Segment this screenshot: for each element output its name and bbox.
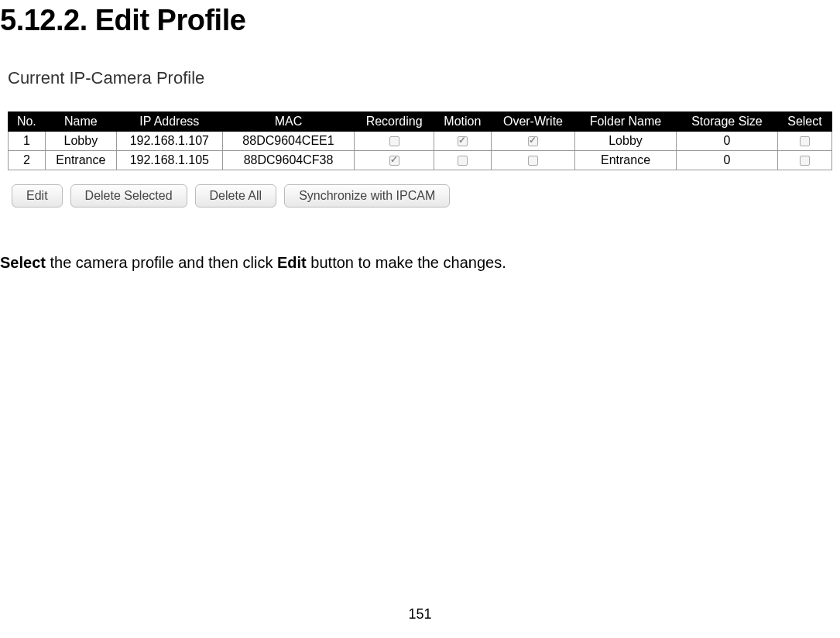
header-mac: MAC [222,112,355,132]
overwrite-checkbox-cell [491,151,574,170]
cell-mac: 88DC9604CEE1 [222,132,355,151]
select-checkbox[interactable] [800,156,810,166]
instruction-bold-select: Select [0,254,46,271]
page-number: 151 [0,606,840,623]
instruction-bold-edit: Edit [277,254,307,271]
header-motion: Motion [434,112,491,132]
cell-folder: Lobby [575,132,677,151]
table-row: 2Entrance192.168.1.10588DC9604CF38Entran… [9,151,832,170]
select-checkbox-cell [777,132,831,151]
profile-table: No. Name IP Address MAC Recording Motion… [8,111,832,170]
header-no: No. [9,112,46,132]
motion-checkbox-cell [434,132,491,151]
cell-no: 1 [9,132,46,151]
header-select: Select [777,112,831,132]
header-recording: Recording [355,112,434,132]
cell-storage: 0 [676,151,777,170]
motion-checkbox[interactable] [458,156,468,166]
overwrite-checkbox-cell [491,132,574,151]
recording-checkbox-cell [355,151,434,170]
page-heading: 5.12.2. Edit Profile [0,0,840,37]
header-overwrite: Over-Write [491,112,574,132]
instruction-span-2: button to make the changes. [307,254,506,271]
edit-button[interactable]: Edit [12,184,63,208]
cell-no: 2 [9,151,46,170]
delete-selected-button[interactable]: Delete Selected [70,184,187,208]
recording-checkbox-cell [355,132,434,151]
cell-name: Entrance [45,151,116,170]
cell-folder: Entrance [575,151,677,170]
header-name: Name [45,112,116,132]
profile-section: Current IP-Camera Profile No. Name IP Ad… [0,37,840,208]
instruction-span-1: the camera profile and then click [46,254,277,271]
cell-mac: 88DC9604CF38 [222,151,355,170]
table-header-row: No. Name IP Address MAC Recording Motion… [9,112,832,132]
header-ip: IP Address [116,112,222,132]
select-checkbox-cell [777,151,831,170]
motion-checkbox-cell [434,151,491,170]
select-checkbox[interactable] [800,136,810,146]
section-title: Current IP-Camera Profile [8,68,832,88]
recording-checkbox[interactable] [389,136,399,146]
delete-all-button[interactable]: Delete All [195,184,277,208]
cell-ip: 192.168.1.107 [116,132,222,151]
header-folder: Folder Name [575,112,677,132]
cell-ip: 192.168.1.105 [116,151,222,170]
table-row: 1Lobby192.168.1.10788DC9604CEE1Lobby0 [9,132,832,151]
overwrite-checkbox[interactable] [528,136,538,146]
instruction-text: Select the camera profile and then click… [0,208,840,272]
synchronize-button[interactable]: Synchronize with IPCAM [284,184,450,208]
cell-storage: 0 [676,132,777,151]
overwrite-checkbox[interactable] [528,156,538,166]
button-row: Edit Delete Selected Delete All Synchron… [8,184,832,208]
recording-checkbox[interactable] [389,156,399,166]
cell-name: Lobby [45,132,116,151]
motion-checkbox[interactable] [458,136,468,146]
header-storage: Storage Size [676,112,777,132]
